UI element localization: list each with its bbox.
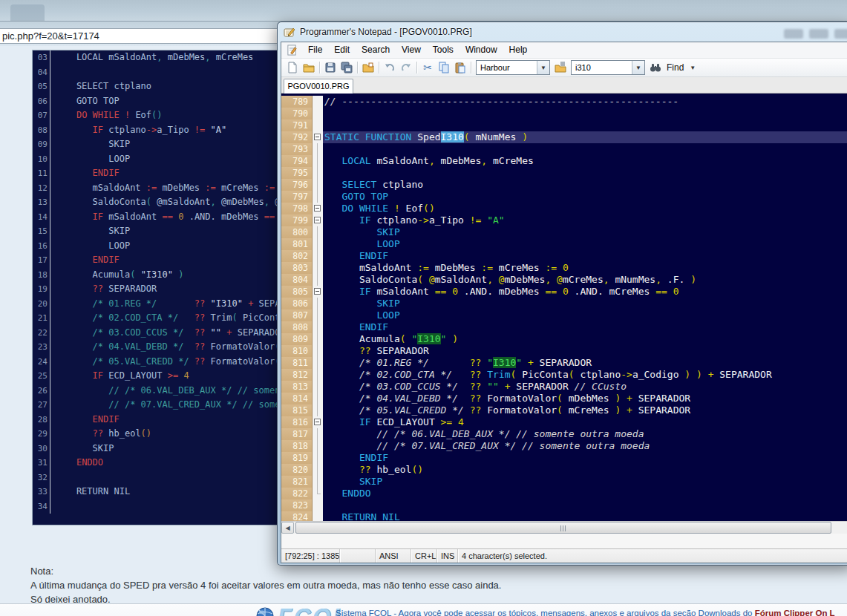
code-token	[205, 125, 210, 135]
code-text[interactable]: GOTO TOP	[323, 191, 847, 203]
open-project-button[interactable]	[360, 59, 376, 76]
cut-button[interactable]: ✂	[419, 59, 436, 76]
title-bar[interactable]: Programmer's Notepad - [PGOV0010.PRG]	[278, 22, 847, 42]
code-text[interactable]	[323, 119, 847, 131]
editor-line: 804 SaldoConta( @mSaldoAnt, @mDebMes, @m…	[281, 274, 847, 286]
open-file-button[interactable]	[301, 59, 317, 76]
code-text[interactable]: /* 05.VAL_CREDD */ ?? FormatoValor( mCre…	[323, 404, 847, 416]
fold-marker[interactable]	[314, 205, 321, 212]
code-text[interactable]: ?? hb_eol()	[323, 464, 847, 476]
code-text[interactable]: ENDIF	[323, 321, 847, 333]
find-dropdown-caret[interactable]: ▼	[690, 65, 696, 71]
menu-window[interactable]: Window	[460, 42, 503, 58]
tab-pgov0010[interactable]: PGOV0010.PRG	[284, 79, 353, 94]
save-button[interactable]	[322, 59, 339, 76]
fold-marker[interactable]	[314, 217, 321, 223]
code-text[interactable]: ENDIF	[323, 250, 847, 262]
code-text: ?? hb_eol()	[55, 428, 151, 439]
code-token: ()	[141, 428, 151, 439]
code-text[interactable]: LOOP	[323, 238, 847, 250]
code-text[interactable]: ENDIF	[323, 452, 847, 464]
code-text[interactable]: SaldoConta( @mSaldoAnt, @mDebMes, @mCreM…	[323, 274, 847, 286]
code-text[interactable]: LOCAL mSaldoAnt, mDebMes, mCreMes	[323, 155, 847, 167]
code-text[interactable]: // -------------------------------------…	[323, 96, 847, 108]
code-text[interactable]: SKIP	[323, 476, 847, 488]
menu-view[interactable]: View	[396, 42, 427, 58]
code-text[interactable]	[323, 108, 847, 119]
code-token: mCreMes	[563, 274, 604, 285]
editor-line: 817 // /* 06.VAL_DEB_AUX */ // somente o…	[281, 428, 847, 440]
redo-button[interactable]	[398, 59, 414, 76]
code-text[interactable]: // /* 07.VAL_CRED_AUX */ // somente outr…	[323, 440, 847, 452]
code-token: RETURN NIL	[341, 511, 399, 521]
horizontal-scrollbar[interactable]: ◀	[281, 521, 847, 534]
code-token: :=	[545, 262, 557, 273]
code-text[interactable]: ENDDO	[323, 488, 847, 499]
code-editor[interactable]: 789// ----------------------------------…	[281, 94, 847, 521]
code-text[interactable]	[323, 167, 847, 179]
scroll-left-arrow[interactable]: ◀	[281, 522, 294, 534]
code-text[interactable]: Acumula( "I310" )	[323, 333, 847, 345]
code-text[interactable]: SKIP	[323, 226, 847, 238]
chevron-down-icon[interactable]: ▼	[537, 61, 549, 74]
code-text[interactable]: /* 04.VAL_DEBD */ ?? FormatoValor( mDebM…	[323, 393, 847, 404]
code-text[interactable]: RETURN NIL	[323, 511, 847, 521]
code-text[interactable]: IF ECD_LAYOUT >= 4	[323, 416, 847, 428]
code-text[interactable]: IF mSaldoAnt == 0 .AND. mDebMes == 0 .AN…	[323, 286, 847, 298]
search-combobox[interactable]: i310 ▼	[571, 60, 645, 75]
code-token	[621, 404, 627, 416]
code-token	[183, 341, 194, 352]
chevron-down-icon[interactable]: ▼	[632, 61, 644, 74]
scheme-combobox[interactable]: Harbour ▼	[476, 60, 550, 75]
window-client-area: FileEditSearchViewToolsWindowHelp	[281, 42, 847, 563]
code-text[interactable]: /* 02.COD_CTA */ ?? Trim( PicConta( ctpl…	[323, 369, 847, 381]
line-number: 34	[33, 499, 50, 514]
code-text[interactable]: SELECT ctplano	[323, 179, 847, 191]
window-background	[281, 534, 847, 548]
code-text[interactable]: DO WHILE ! Eof()	[323, 203, 847, 214]
fold-marker[interactable]	[314, 288, 321, 295]
scrollbar-thumb[interactable]	[295, 522, 831, 534]
code-text[interactable]: mSaldoAnt := mDebMes := mCreMes := 0	[323, 262, 847, 274]
menu-edit[interactable]: Edit	[328, 42, 356, 58]
menu-tools[interactable]: Tools	[427, 42, 460, 58]
code-token: "	[487, 357, 493, 368]
copy-button[interactable]	[436, 59, 452, 76]
code-token: ENDDO	[341, 488, 370, 499]
code-text[interactable]: /* 01.REG */ ?? "I310" + SEPARADOR	[323, 357, 847, 369]
paste-button[interactable]	[452, 59, 468, 76]
line-number: 23	[33, 340, 50, 355]
code-text[interactable]: // /* 06.VAL_DEB_AUX */ // somente outra…	[323, 428, 847, 440]
menu-help[interactable]: Help	[503, 42, 534, 58]
code-text[interactable]: STATIC FUNCTION SpedI310( mNumMes )	[323, 131, 847, 143]
code-text[interactable]	[323, 143, 847, 155]
fold-marker[interactable]	[314, 134, 321, 140]
browser-tab-ghost[interactable]	[10, 4, 45, 21]
code-token: .AND. mCreMes	[569, 286, 655, 297]
menu-file[interactable]: File	[302, 42, 328, 58]
line-number: 817	[281, 428, 313, 440]
line-number: 24	[33, 355, 50, 370]
menu-search[interactable]: Search	[356, 42, 396, 58]
footer-message-link[interactable]: Fórum Clipper On L	[755, 609, 835, 616]
save-all-button[interactable]	[339, 59, 355, 76]
line-number: 802	[281, 250, 313, 262]
fold-marker[interactable]	[314, 419, 321, 425]
editor-line: 816 IF ECD_LAYOUT >= 4	[281, 416, 847, 428]
find-label[interactable]: Find	[667, 62, 684, 73]
undo-button[interactable]	[382, 59, 398, 76]
code-token: ,	[264, 197, 269, 207]
code-text[interactable]: LOOP	[323, 309, 847, 321]
code-text[interactable]	[323, 499, 847, 511]
fold-margin	[313, 499, 323, 511]
find-button[interactable]	[647, 59, 664, 76]
code-token: @mDebMes	[216, 197, 264, 207]
code-token: @	[499, 274, 505, 285]
jump-to-button[interactable]	[552, 59, 569, 76]
code-text[interactable]: /* 03.COD_CCUS */ ?? "" + SEPARADOR // C…	[323, 381, 847, 393]
new-file-button[interactable]	[284, 59, 301, 76]
code-text[interactable]: ?? SEPARADOR	[323, 345, 847, 357]
code-text[interactable]: SKIP	[323, 298, 847, 309]
code-token	[135, 269, 140, 280]
code-text[interactable]: IF ctplano->a_Tipo != "A"	[323, 214, 847, 226]
